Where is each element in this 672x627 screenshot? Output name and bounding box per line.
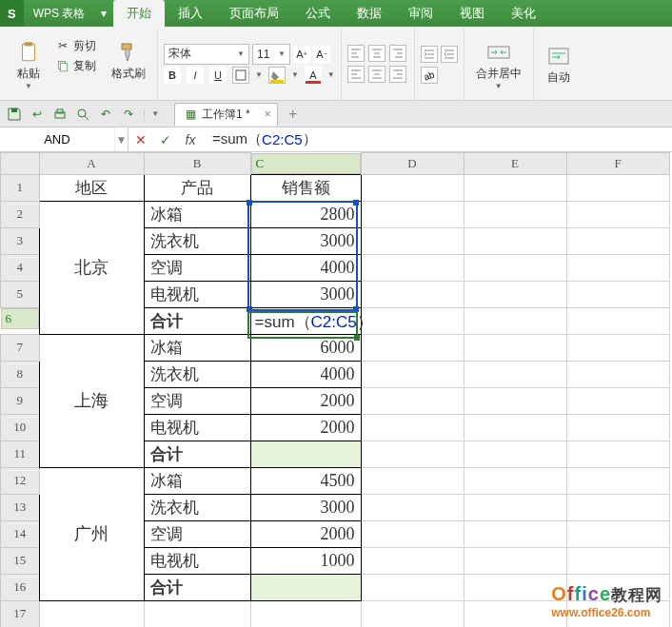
cell[interactable]: 合计 [144, 574, 250, 600]
tab-review[interactable]: 审阅 [395, 0, 446, 27]
cell[interactable]: 冰箱 [144, 467, 250, 494]
font-color-button[interactable]: A [305, 67, 322, 84]
cell[interactable]: 电视机 [144, 547, 250, 574]
cell[interactable] [464, 307, 566, 334]
cell[interactable] [464, 414, 566, 441]
align-center-button[interactable] [368, 66, 385, 83]
row-header[interactable]: 14 [1, 520, 40, 547]
cell[interactable] [361, 334, 464, 361]
cell[interactable] [144, 600, 250, 627]
cell[interactable] [361, 494, 464, 520]
cell[interactable]: 冰箱 [144, 334, 250, 361]
cell[interactable] [566, 201, 669, 227]
cell[interactable] [361, 227, 464, 254]
cell[interactable] [566, 174, 669, 201]
paste-button[interactable]: 粘贴 ▼ [10, 37, 48, 92]
cell[interactable] [250, 574, 361, 600]
cell[interactable] [566, 547, 669, 574]
cell[interactable]: 电视机 [144, 281, 250, 307]
cell[interactable] [361, 414, 464, 441]
align-top-center-button[interactable] [368, 45, 385, 62]
row-header[interactable]: 6 [1, 308, 39, 329]
close-tab-icon[interactable]: × [265, 108, 271, 121]
cell[interactable] [566, 441, 669, 467]
row-header[interactable]: 8 [1, 361, 40, 387]
cell[interactable] [464, 387, 566, 414]
tab-beautify[interactable]: 美化 [498, 0, 549, 27]
cell[interactable] [464, 361, 566, 387]
save-icon[interactable] [6, 106, 23, 123]
app-menu-dropdown-icon[interactable]: ▾ [94, 0, 113, 27]
indent-left-icon[interactable] [421, 46, 438, 63]
cell[interactable]: 电视机 [144, 414, 250, 441]
row-header[interactable]: 3 [1, 227, 40, 254]
col-header-E[interactable]: E [464, 153, 566, 175]
cell-region[interactable]: 上海 [39, 334, 144, 467]
add-tab-button[interactable]: + [284, 106, 303, 123]
font-name-select[interactable]: 宋体▼ [164, 44, 249, 65]
cell[interactable]: 2000 [250, 520, 361, 547]
cell[interactable] [250, 600, 361, 627]
align-top-right-button[interactable] [389, 45, 406, 62]
cell[interactable]: 4000 [250, 361, 361, 387]
cell[interactable]: 空调 [144, 254, 250, 281]
cell[interactable] [566, 227, 669, 254]
cancel-formula-button[interactable]: ✕ [128, 132, 153, 147]
cell[interactable] [464, 520, 566, 547]
cell[interactable]: 3000 [250, 281, 361, 307]
print-icon[interactable] [51, 106, 69, 123]
tab-formula[interactable]: 公式 [292, 0, 344, 27]
align-left-button[interactable] [347, 66, 365, 83]
col-header-B[interactable]: B [144, 153, 250, 175]
select-all-corner[interactable] [1, 153, 40, 175]
cell[interactable] [361, 574, 464, 600]
cell[interactable]: 地区 [39, 174, 144, 201]
row-header[interactable]: 13 [1, 494, 40, 520]
redo-icon[interactable]: ↷ [120, 106, 137, 123]
row-header[interactable]: 11 [1, 441, 40, 467]
font-size-select[interactable]: 11▼ [252, 44, 290, 65]
indent-right-icon[interactable] [441, 46, 458, 63]
tab-insert[interactable]: 插入 [165, 0, 216, 27]
tab-data[interactable]: 数据 [344, 0, 395, 27]
row-header[interactable]: 10 [1, 414, 40, 441]
merge-center-button[interactable]: 合并居中▼ [470, 37, 527, 92]
col-header-D[interactable]: D [361, 153, 464, 175]
cell[interactable]: 4000 [250, 254, 361, 281]
accept-formula-button[interactable]: ✓ [153, 132, 178, 147]
undo-dd-icon[interactable]: ↩ [29, 106, 46, 123]
cut-button[interactable]: ✂ 剪切 [51, 37, 100, 55]
cell[interactable] [361, 254, 464, 281]
cell[interactable] [464, 227, 566, 254]
cell[interactable] [361, 201, 464, 227]
cell[interactable]: 洗衣机 [144, 361, 250, 387]
italic-button[interactable]: I [187, 67, 204, 84]
name-box-dropdown-icon[interactable]: ▼ [114, 127, 128, 151]
cell[interactable]: 3000 [250, 227, 361, 254]
cell[interactable] [361, 600, 464, 627]
cell[interactable] [464, 334, 566, 361]
cell[interactable] [566, 281, 669, 307]
row-header[interactable]: 7 [1, 334, 40, 361]
cell[interactable] [464, 494, 566, 520]
cell[interactable]: 空调 [144, 520, 250, 547]
cell[interactable] [464, 281, 566, 307]
workbook-tab[interactable]: ▦ 工作簿1 * × [174, 103, 278, 126]
cell[interactable] [39, 600, 144, 627]
underline-button[interactable]: U [209, 67, 227, 84]
cell[interactable] [464, 467, 566, 494]
cell[interactable] [464, 547, 566, 574]
cell[interactable]: 3000 [250, 494, 361, 520]
cell[interactable] [361, 361, 464, 387]
col-header-F[interactable]: F [566, 153, 669, 175]
tab-start[interactable]: 开始 [113, 0, 165, 27]
cell[interactable] [566, 307, 669, 334]
cell-region[interactable]: 广州 [39, 467, 144, 600]
cell[interactable] [250, 441, 361, 467]
autowrap-button[interactable]: 自动 [540, 41, 578, 88]
cell[interactable]: 2000 [250, 414, 361, 441]
row-header[interactable]: 16 [1, 574, 40, 600]
undo-icon[interactable]: ↶ [97, 106, 114, 123]
bold-button[interactable]: B [164, 67, 181, 84]
row-header[interactable]: 15 [1, 547, 40, 574]
